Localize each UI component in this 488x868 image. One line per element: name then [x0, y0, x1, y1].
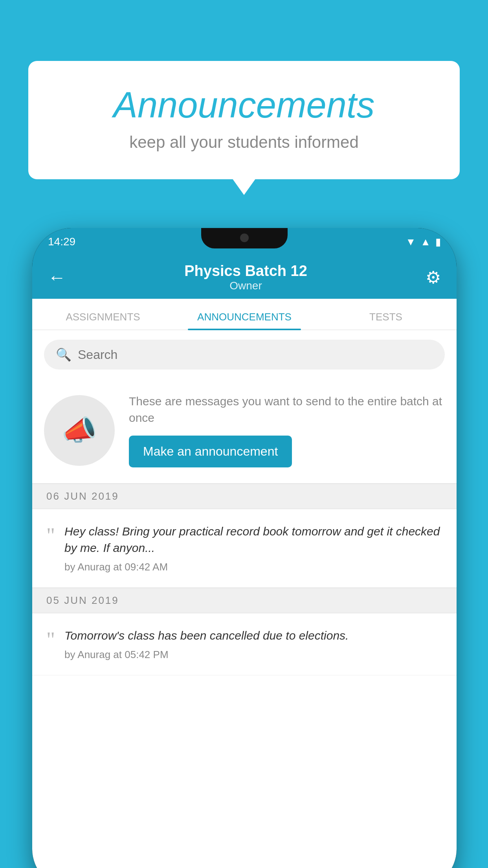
announcement-message-1: Hey class! Bring your practical record b…: [64, 523, 442, 556]
announcement-meta-2: by Anurag at 05:42 PM: [64, 649, 442, 661]
front-camera: [240, 234, 249, 242]
status-icons: ▼ ▲ ▮: [406, 236, 441, 248]
make-announcement-button[interactable]: Make an announcement: [129, 436, 292, 467]
settings-icon[interactable]: ⚙: [426, 267, 441, 287]
quote-icon-2: ": [46, 629, 55, 650]
search-bar[interactable]: 🔍: [44, 340, 445, 370]
announcement-item-2[interactable]: " Tomorrow's class has been cancelled du…: [32, 613, 457, 675]
tabs: ASSIGNMENTS ANNOUNCEMENTS TESTS: [32, 299, 457, 330]
bubble-title: Announcements: [60, 85, 428, 126]
app-bar-subtitle: Owner: [66, 280, 426, 292]
empty-state: 📣 These are messages you want to send to…: [32, 377, 457, 484]
speech-bubble: Announcements keep all your students inf…: [28, 61, 460, 179]
announcement-message-2: Tomorrow's class has been cancelled due …: [64, 627, 442, 644]
phone-notch: [201, 228, 288, 248]
app-bar-title: Physics Batch 12: [66, 263, 426, 280]
date-divider-2: 05 JUN 2019: [32, 588, 457, 613]
back-button[interactable]: ←: [48, 267, 66, 288]
search-input[interactable]: [78, 348, 433, 362]
tab-tests[interactable]: TESTS: [315, 311, 457, 329]
battery-icon: ▮: [435, 236, 441, 248]
tab-assignments[interactable]: ASSIGNMENTS: [32, 311, 174, 329]
speech-bubble-container: Announcements keep all your students inf…: [28, 61, 460, 179]
announcement-item-1[interactable]: " Hey class! Bring your practical record…: [32, 509, 457, 588]
announcement-text-1: Hey class! Bring your practical record b…: [64, 523, 442, 573]
announcement-text-2: Tomorrow's class has been cancelled due …: [64, 627, 442, 661]
quote-icon-1: ": [46, 525, 55, 546]
tab-announcements[interactable]: ANNOUNCEMENTS: [174, 311, 315, 329]
signal-icon: ▲: [420, 236, 431, 248]
app-bar: ← Physics Batch 12 Owner ⚙: [32, 256, 457, 299]
bubble-subtitle: keep all your students informed: [60, 133, 428, 152]
search-icon: 🔍: [56, 347, 72, 362]
empty-icon-circle: 📣: [44, 395, 115, 466]
app-bar-title-group: Physics Batch 12 Owner: [66, 263, 426, 292]
status-time: 14:29: [48, 235, 75, 248]
megaphone-icon: 📣: [62, 414, 97, 447]
empty-state-description: These are messages you want to send to t…: [129, 393, 445, 426]
phone-frame: 14:29 ▼ ▲ ▮ ← Physics Batch 12 Owner ⚙ A…: [32, 228, 457, 868]
announcement-meta-1: by Anurag at 09:42 AM: [64, 561, 442, 573]
wifi-icon: ▼: [406, 236, 416, 248]
date-divider-1: 06 JUN 2019: [32, 484, 457, 509]
empty-state-right: These are messages you want to send to t…: [129, 393, 445, 467]
content-area: 🔍 📣 These are messages you want to send …: [32, 330, 457, 868]
